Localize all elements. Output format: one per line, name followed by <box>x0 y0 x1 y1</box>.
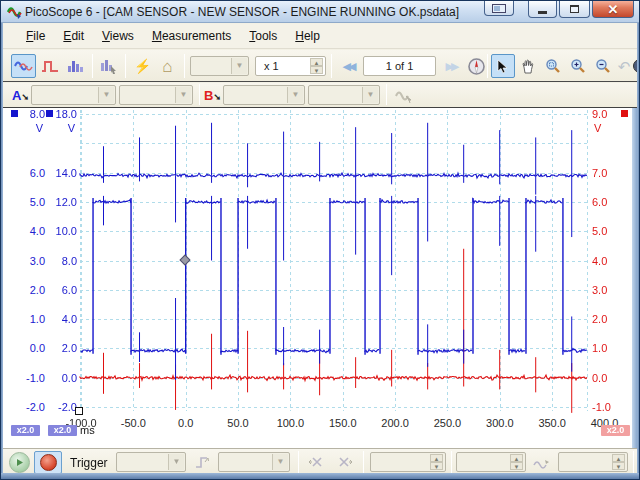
trigger-toolbar: Trigger ▼ ▼ ▲▼ ▲▼ <box>3 448 639 475</box>
select-tool-button[interactable] <box>491 54 515 78</box>
cross-right-icon <box>336 456 352 468</box>
axis3-tick-label: 3.0 <box>592 284 607 296</box>
home-button[interactable]: ⌂ <box>155 54 180 78</box>
close-button[interactable]: ✕ <box>592 1 634 18</box>
spin-down-icon[interactable]: ▼ <box>310 66 323 74</box>
trigger-mode-label: Trigger <box>70 456 108 470</box>
axis1-unit-label: V <box>23 122 43 134</box>
axis1-tick-label: 4.0 <box>11 225 45 237</box>
home-icon: ⌂ <box>162 58 172 75</box>
axis1-tick-label: 1.0 <box>11 313 45 325</box>
chevron-down-icon: ▼ <box>168 454 184 470</box>
menu-item-views[interactable]: Views <box>93 26 143 46</box>
trigger-channel-dropdown[interactable]: ▼ <box>218 452 290 472</box>
chevron-down-icon: ▼ <box>175 87 191 103</box>
chevron-down-icon: ▼ <box>98 87 114 103</box>
buffer-navigator-button[interactable] <box>464 54 489 78</box>
x-tick-label: 350.0 <box>530 417 574 429</box>
trigger-edge-button[interactable] <box>190 450 215 474</box>
axis3-tick-label: 4.0 <box>592 255 607 267</box>
buffer-next-button[interactable]: ▶▶ <box>438 54 464 78</box>
channel-b-arrow-icon: ➘ <box>213 92 221 102</box>
marquee-zoom-button[interactable] <box>541 54 565 78</box>
x-tick-label: 150.0 <box>321 417 365 429</box>
scope-graph-panel[interactable]: 8.0V6.05.04.03.02.01.00.0-1.0-2.018.0V14… <box>3 108 639 448</box>
axis2-max-label: 18.0 <box>49 108 77 120</box>
minimize-button[interactable] <box>528 1 557 18</box>
maximize-button[interactable] <box>559 1 590 18</box>
channel-b-label[interactable]: B➘ <box>204 88 221 103</box>
chevron-down-icon: ▼ <box>272 454 288 470</box>
axis3-zoom-badge[interactable]: x2.0 <box>601 425 630 436</box>
menu-item-edit[interactable]: Edit <box>54 26 93 46</box>
scope-view-button[interactable] <box>11 54 36 78</box>
x-tick-label: 50.0 <box>216 417 260 429</box>
holdoff-spinner[interactable]: ▲▼ <box>558 452 628 472</box>
window-glyph-icon <box>492 4 506 13</box>
stop-icon <box>40 454 57 471</box>
trigger-mode-dropdown[interactable]: ▼ <box>116 452 186 472</box>
zoom-multiplier-spinner[interactable]: x 1 ▲ ▼ <box>255 56 326 76</box>
probes-button[interactable] <box>392 83 417 107</box>
axis1-tick-label: 5.0 <box>11 196 45 208</box>
pretrigger-spinner[interactable]: ▲▼ <box>456 452 526 472</box>
main-toolbar: ⚡ ⌂ ▼ x 1 ▲ ▼ ◀◀ 1 of 1 ▶▶ <box>3 50 639 82</box>
menu-item-file[interactable]: File <box>17 26 54 46</box>
axis2-tick-label: 6.0 <box>43 284 77 296</box>
start-capture-button[interactable] <box>9 452 30 473</box>
marker-left-button[interactable] <box>304 450 329 474</box>
pan-tool-button[interactable] <box>516 54 540 78</box>
axis3-tick-label: 2.0 <box>592 313 607 325</box>
channel-b-range-dropdown[interactable]: ▼ <box>223 85 305 105</box>
axis3-tick-label: 6.0 <box>592 196 607 208</box>
channel-b-coupling-dropdown[interactable]: ▼ <box>308 85 380 105</box>
zoom-out-button[interactable] <box>591 54 615 78</box>
add-view-button[interactable] <box>97 54 122 78</box>
aux-window-button[interactable] <box>484 1 514 16</box>
axis2-tick-label: 14.0 <box>43 167 77 179</box>
timebase-dropdown[interactable]: ▼ <box>190 56 249 76</box>
axis2-tick-label: -2.0 <box>43 401 77 413</box>
trigger-threshold-spinner[interactable]: ▲▼ <box>370 452 446 472</box>
waveform-canvas[interactable] <box>76 108 590 415</box>
axis1-tick-label: -2.0 <box>11 401 45 413</box>
right-scroll-strip[interactable] <box>632 108 637 448</box>
wave-arrow-icon <box>533 456 551 469</box>
spectrum-view-button[interactable] <box>63 54 88 78</box>
undo-zoom-icon: ↶ <box>618 59 631 74</box>
persistence-view-button[interactable] <box>37 54 62 78</box>
picoscope-window: PicoScope 6 - [CAM SENSOR - NEW SENSOR -… <box>0 0 640 480</box>
buffer-index-field[interactable]: 1 of 1 <box>363 56 436 76</box>
adv-trigger-button[interactable] <box>529 450 554 474</box>
marker-right-button[interactable] <box>331 450 356 474</box>
stop-capture-button[interactable] <box>34 451 62 474</box>
spin-up-icon: ▲ <box>510 454 523 462</box>
spin-down-icon: ▼ <box>612 462 625 470</box>
menu-item-help[interactable]: Help <box>286 26 329 46</box>
window-title: PicoScope 6 - [CAM SENSOR - NEW SENSOR -… <box>25 5 459 19</box>
channel-a-range-dropdown[interactable]: ▼ <box>31 85 116 105</box>
channel-a-label[interactable]: A➘ <box>12 88 29 103</box>
axis-drag-handle[interactable] <box>75 407 83 415</box>
persistence-icon <box>41 60 59 73</box>
axis2-tick-label: 2.0 <box>43 342 77 354</box>
buffer-previous-button[interactable]: ◀◀ <box>335 54 361 78</box>
zoom-in-icon <box>570 58 586 74</box>
zoom-window-icon <box>545 58 561 74</box>
menu-item-tools[interactable]: Tools <box>240 26 286 46</box>
spin-down-icon: ▼ <box>510 462 523 470</box>
menu-item-measurements[interactable]: Measurements <box>143 26 240 46</box>
channel-b-axis-square[interactable] <box>621 110 628 117</box>
channel-a-coupling-dropdown[interactable]: ▼ <box>119 85 193 105</box>
channel-a-axis-square[interactable] <box>11 110 18 117</box>
x-tick-label: 300.0 <box>478 417 522 429</box>
axis2-zoom-badge[interactable]: x2.0 <box>48 425 77 436</box>
auto-setup-button[interactable]: ⚡ <box>130 54 155 78</box>
title-bar[interactable]: PicoScope 6 - [CAM SENSOR - NEW SENSOR -… <box>1 1 640 23</box>
close-icon: ✕ <box>608 3 619 16</box>
undo-zoom-button[interactable]: ↶ <box>615 54 633 78</box>
spin-up-icon[interactable]: ▲ <box>310 58 323 66</box>
zoom-in-button[interactable] <box>566 54 590 78</box>
axis1-zoom-badge[interactable]: x2.0 <box>11 425 40 436</box>
axis2-tick-label: 12.0 <box>43 196 77 208</box>
